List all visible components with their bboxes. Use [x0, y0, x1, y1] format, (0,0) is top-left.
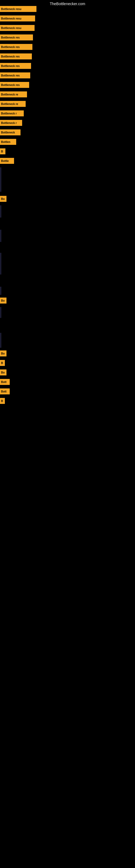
- vertical-line-7: [1, 333, 1, 348]
- vertical-line-1: [1, 167, 1, 192]
- bar-item-13: Bottleneck r: [0, 120, 22, 126]
- bar-item-14: Bottleneck: [0, 129, 20, 135]
- bar-item-8: Bottleneck res: [0, 72, 30, 79]
- bar-item-21: B: [0, 360, 5, 366]
- bar-item-5: Bottleneck res: [0, 44, 32, 50]
- bar-item-1: Bottleneck resu: [0, 6, 37, 12]
- bar-item-12: Bottleneck r: [0, 111, 24, 116]
- vertical-line-5: [1, 287, 1, 295]
- bar-item-25: B: [0, 398, 5, 404]
- bar-item-16: B: [0, 148, 5, 154]
- bar-item-2: Bottleneck resu: [0, 16, 35, 22]
- bar-item-6: Bottleneck res: [0, 54, 32, 59]
- bar-item-24: Bott: [0, 389, 10, 394]
- bar-item-22: Bo: [0, 369, 6, 375]
- bar-item-23: Bott: [0, 379, 10, 385]
- bar-item-19: Bo: [0, 298, 6, 304]
- vertical-line-6: [1, 307, 1, 318]
- bar-item-18: Bo: [0, 196, 6, 202]
- bar-item-4: Bottleneck res: [0, 34, 33, 40]
- bar-item-10: Bottleneck re: [0, 91, 27, 97]
- bar-item-3: Bottleneck resu: [0, 25, 35, 31]
- bar-item-11: Bottleneck re: [0, 101, 26, 107]
- bar-item-20: Bo: [0, 350, 6, 356]
- vertical-line-2: [1, 205, 1, 218]
- bar-item-7: Bottleneck res: [0, 63, 31, 69]
- vertical-line-3: [1, 230, 1, 242]
- bar-item-15: Bottlen: [0, 139, 16, 145]
- bar-item-17: Bottle: [0, 158, 14, 164]
- vertical-line-4: [1, 253, 1, 275]
- bar-item-9: Bottleneck res: [0, 82, 29, 88]
